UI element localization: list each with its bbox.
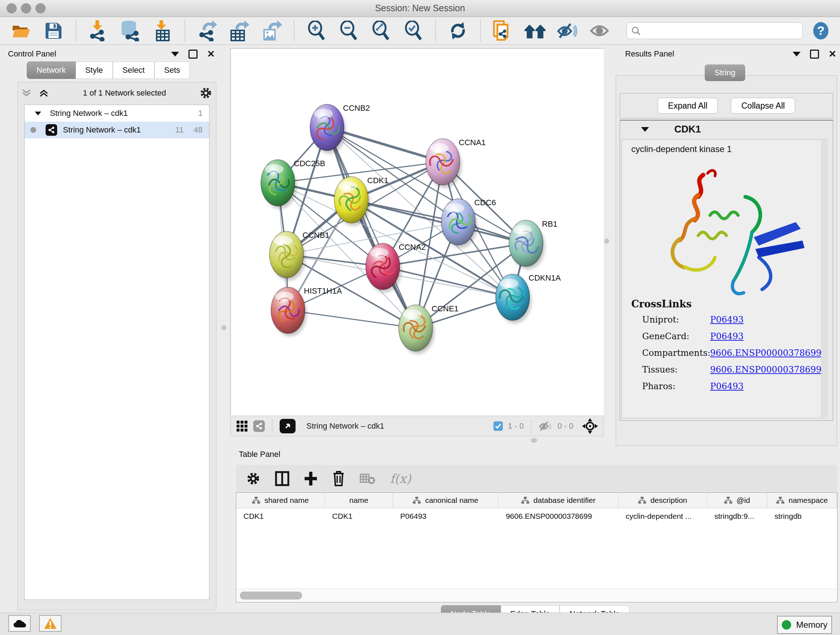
float-panel-icon[interactable] [810, 50, 819, 59]
selected-checkbox-icon[interactable] [493, 421, 503, 431]
node-HIST1H1A[interactable]: HIST1H1A [271, 287, 342, 336]
column-header-namespace[interactable]: namespace [767, 493, 837, 508]
refresh-icon[interactable] [446, 19, 470, 42]
cloud-status-button[interactable] [8, 615, 31, 632]
network-collection-row[interactable]: String Network – cdk1 1 [25, 105, 209, 122]
section-expand-icon[interactable] [641, 127, 649, 132]
search-box[interactable] [627, 22, 803, 39]
zoom-fit-icon[interactable] [369, 19, 393, 42]
help-icon[interactable]: ? [812, 19, 831, 42]
results-scrollbar[interactable] [821, 141, 826, 417]
string-query-icon[interactable] [491, 19, 515, 42]
node-CCNA1[interactable]: CCNA1 [426, 138, 486, 188]
table-panel-title: Table Panel [239, 450, 280, 459]
node-CCNA2[interactable]: CCNA2 [366, 242, 426, 293]
collapse-panel-icon[interactable] [793, 52, 801, 57]
table-cell[interactable]: CDK1 [325, 508, 393, 524]
network-row[interactable]: String Network – cdk1 11 48 [25, 122, 209, 138]
tab-sets[interactable]: Sets [155, 62, 190, 79]
node-label-CCNB2: CCNB2 [343, 103, 370, 112]
string-view-icon[interactable] [253, 420, 265, 432]
bottom-splitter-handle[interactable] [531, 438, 537, 443]
table-options-gear-icon[interactable] [246, 471, 261, 486]
export-table-icon[interactable] [228, 19, 251, 42]
edge-CDK1-RB1[interactable] [351, 200, 526, 243]
node-CCNE1[interactable]: CCNE1 [399, 304, 459, 354]
search-input[interactable] [644, 26, 798, 36]
table-cell[interactable]: stringdb:9... [707, 508, 767, 524]
node-RB1[interactable]: RB1 [509, 219, 557, 269]
column-header--id[interactable]: @id [707, 493, 767, 508]
network-canvas[interactable]: CCNB2CCNA1CDC25BCDK1CDC6RB1CCNB1CCNA2CDK… [231, 48, 604, 416]
close-panel-icon[interactable]: ✕ [207, 49, 215, 59]
tab-string[interactable]: String [705, 65, 745, 81]
right-splitter-handle[interactable] [604, 239, 609, 244]
network-options-gear-icon[interactable] [199, 87, 212, 100]
expand-all-icon[interactable] [39, 88, 50, 98]
crosslink-link[interactable]: P06493 [710, 381, 744, 391]
detach-view-icon[interactable] [279, 419, 295, 433]
collection-expand-icon[interactable] [35, 111, 41, 115]
export-image-icon[interactable] [260, 19, 284, 42]
edge-CCNB2-CCNE1[interactable] [327, 127, 416, 328]
hidden-eye-icon[interactable] [538, 421, 553, 432]
crosslink-link[interactable]: 9606.ENSP00000378699 [710, 348, 821, 358]
column-header-canonical-name[interactable]: canonical name [393, 493, 499, 508]
zoom-selected-icon[interactable] [401, 19, 425, 42]
collapse-all-button[interactable]: Collapse All [731, 98, 795, 114]
tab-network[interactable]: Network [27, 62, 76, 79]
table-horizontal-scrollbar[interactable] [236, 589, 837, 602]
float-panel-icon[interactable] [188, 50, 197, 59]
collapse-all-icon[interactable] [21, 88, 32, 98]
zoom-in-icon[interactable] [305, 19, 328, 42]
crosslink-label: Uniprot: [642, 315, 710, 325]
protein-section-header[interactable]: CDK1 [620, 120, 833, 138]
collapse-panel-icon[interactable] [171, 52, 179, 57]
table-row[interactable]: CDK1CDK1P064939606.ENSP00000378699cyclin… [236, 508, 837, 524]
import-network-file-icon[interactable] [87, 19, 110, 42]
expand-all-button[interactable]: Expand All [658, 98, 718, 114]
network-name: String Network – cdk1 [63, 125, 141, 135]
crosslink-link[interactable]: P06493 [710, 315, 744, 325]
scrollbar-thumb[interactable] [240, 592, 302, 600]
left-splitter-handle[interactable] [221, 325, 226, 330]
zoom-out-icon[interactable] [337, 19, 361, 42]
table-cell[interactable]: CDK1 [236, 508, 325, 524]
import-table-file-icon[interactable] [151, 19, 174, 42]
crosslink-link[interactable]: P06493 [710, 331, 744, 341]
show-all-icon[interactable] [588, 19, 611, 42]
table-cell[interactable]: P06493 [393, 508, 499, 524]
node-table[interactable]: shared namenamecanonical namedatabase id… [236, 492, 837, 589]
table-cell[interactable]: stringdb [767, 508, 837, 524]
node-CCNB2[interactable]: CCNB2 [310, 103, 370, 154]
first-neighbors-icon[interactable] [523, 19, 546, 42]
delete-column-trash-icon[interactable] [332, 470, 345, 486]
node-CDKN1A[interactable]: CDKN1A [496, 273, 561, 323]
delete-table-icon[interactable] [360, 473, 376, 485]
warnings-button[interactable] [39, 615, 62, 632]
tab-style[interactable]: Style [76, 62, 113, 79]
column-header-database-identifier[interactable]: database identifier [499, 493, 618, 508]
close-panel-icon[interactable]: ✕ [829, 49, 836, 59]
column-header-name[interactable]: name [325, 493, 393, 508]
hide-selected-icon[interactable] [555, 19, 579, 42]
import-network-database-icon[interactable] [118, 19, 142, 42]
memory-button[interactable]: Memory [777, 616, 832, 634]
column-header-description[interactable]: description [619, 493, 707, 508]
edge-HIST1H1A-CCNE1[interactable] [288, 310, 416, 328]
node-CDC6[interactable]: CDC6 [441, 198, 496, 248]
save-session-icon[interactable] [42, 19, 65, 42]
column-header-shared-name[interactable]: shared name [236, 493, 325, 508]
table-cell[interactable]: cyclin-dependent ... [618, 508, 707, 524]
add-column-icon[interactable] [304, 471, 317, 486]
fit-center-icon[interactable] [582, 418, 598, 434]
show-columns-icon[interactable] [275, 471, 289, 486]
results-panel-title: Results Panel [625, 49, 674, 59]
table-cell[interactable]: 9606.ENSP00000378699 [499, 508, 618, 524]
function-builder-icon[interactable]: f(x) [390, 471, 411, 486]
export-network-icon[interactable] [195, 19, 219, 42]
open-session-icon[interactable] [9, 19, 33, 42]
tab-select[interactable]: Select [113, 62, 155, 79]
crosslink-link[interactable]: 9606.ENSP00000378699 [710, 364, 821, 375]
grid-view-icon[interactable] [236, 420, 248, 432]
